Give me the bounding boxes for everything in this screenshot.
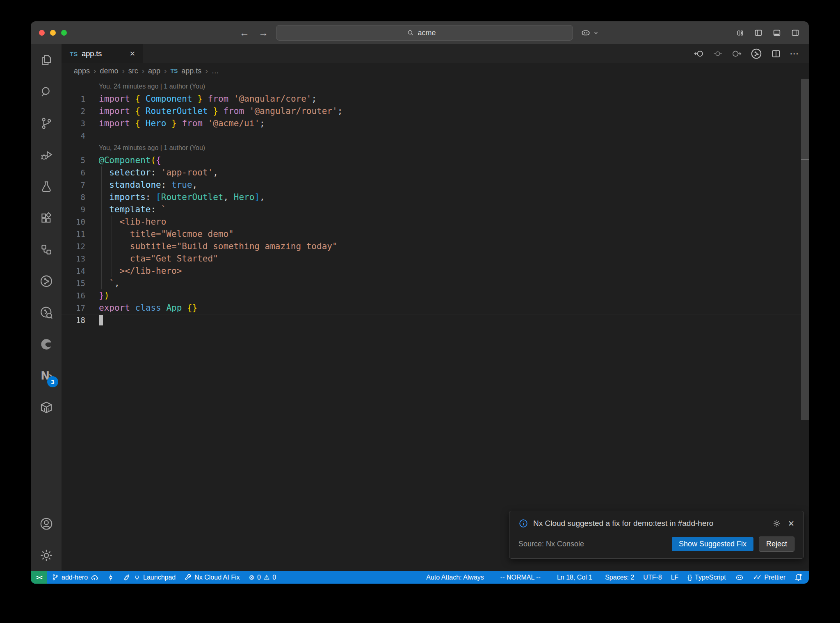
line-number: 14 <box>62 265 99 277</box>
cloud-upload-icon <box>91 574 98 581</box>
notification-close-icon[interactable]: ✕ <box>788 519 794 528</box>
breadcrumb-item[interactable]: demo <box>100 67 118 75</box>
show-suggested-fix-button[interactable]: Show Suggested Fix <box>672 537 753 551</box>
encoding-status[interactable]: UTF-8 <box>639 571 666 584</box>
line-number: 3 <box>62 117 99 130</box>
code-line[interactable]: 17export class App {} <box>62 302 809 314</box>
sidebar-item-search[interactable] <box>31 76 62 107</box>
customize-layout-icon[interactable] <box>736 29 744 37</box>
indentation-status[interactable]: Spaces: 2 <box>600 571 639 584</box>
sidebar-item-testing[interactable] <box>31 171 62 202</box>
command-center-search-input[interactable] <box>418 29 443 37</box>
line-number: 5 <box>62 154 99 166</box>
toggle-primary-sidebar-icon[interactable] <box>754 28 763 37</box>
editor-scrollbar[interactable] <box>801 79 809 420</box>
code-line[interactable]: 18 <box>62 314 809 326</box>
vim-mode-status[interactable]: -- NORMAL -- <box>492 571 549 584</box>
remote-indicator[interactable]: >< <box>31 571 47 584</box>
zoom-window-button[interactable] <box>61 30 67 36</box>
reject-button[interactable]: Reject <box>759 537 794 552</box>
code-line[interactable]: 9 template: ` <box>62 203 809 216</box>
notifications-status[interactable] <box>790 571 809 584</box>
line-number: 2 <box>62 105 99 117</box>
chevron-down-icon[interactable] <box>593 30 599 36</box>
code-line[interactable]: 7 standalone: true, <box>62 179 809 191</box>
braces-icon: {} <box>687 574 692 581</box>
sidebar-item-extensions[interactable] <box>31 202 62 234</box>
cursor-position-status[interactable]: Ln 18, Col 1 <box>549 571 600 584</box>
line-number: 17 <box>62 302 99 314</box>
sidebar-item-containers[interactable] <box>31 391 62 423</box>
breadcrumb-item[interactable]: app <box>148 67 160 75</box>
sidebar-item-run-debug[interactable] <box>31 139 62 171</box>
history-forward-icon[interactable]: → <box>257 28 270 38</box>
sidebar-item-graph-search[interactable] <box>31 297 62 328</box>
sidebar-item-edge-tools[interactable] <box>31 328 62 360</box>
blame-line[interactable]: You, 24 minutes ago | 1 author (You) <box>62 80 809 93</box>
code-line[interactable]: 14 ></lib-hero> <box>62 265 809 277</box>
more-actions-icon[interactable]: ⋯ <box>790 48 799 59</box>
line-number: 9 <box>62 203 99 216</box>
search-icon <box>407 29 414 36</box>
navigate-back-icon[interactable] <box>694 48 704 59</box>
command-center[interactable] <box>276 25 573 41</box>
breadcrumb-file[interactable]: app.ts <box>181 67 201 75</box>
split-editor-icon[interactable] <box>771 48 781 59</box>
tab-app-ts[interactable]: TS app.ts ✕ <box>62 44 143 63</box>
sidebar-item-settings[interactable] <box>31 539 62 571</box>
git-branch-status[interactable]: add-hero <box>47 571 103 584</box>
copilot-icon[interactable] <box>580 27 591 38</box>
sidebar-item-hierarchy[interactable] <box>31 234 62 265</box>
extensions-icon <box>39 211 53 225</box>
code-line[interactable]: 16}) <box>62 289 809 302</box>
code-line[interactable]: 2import { RouterOutlet } from '@angular/… <box>62 105 809 117</box>
history-back-icon[interactable]: ← <box>238 28 251 38</box>
code-line[interactable]: 8 imports: [RouterOutlet, Hero], <box>62 191 809 203</box>
git-commit-status[interactable] <box>103 571 119 584</box>
toggle-secondary-sidebar-icon[interactable] <box>791 28 800 37</box>
breadcrumb-item[interactable]: apps <box>74 67 90 75</box>
sidebar-item-accounts[interactable] <box>31 508 62 539</box>
line-number <box>62 142 99 154</box>
breadcrumb-separator: › <box>122 66 124 75</box>
launchpad-status[interactable]: Launchpad <box>119 571 180 584</box>
breadcrumb-overflow[interactable]: … <box>212 67 219 75</box>
formatter-status[interactable]: ✓✓ Prettier <box>749 571 790 584</box>
sidebar-item-explorer[interactable] <box>31 44 62 76</box>
code-line[interactable]: 3import { Hero } from '@acme/ui'; <box>62 117 809 130</box>
code-line[interactable]: 1import { Component } from '@angular/cor… <box>62 93 809 105</box>
plug-icon <box>134 574 140 581</box>
close-window-button[interactable] <box>39 30 45 36</box>
language-status[interactable]: {} TypeScript <box>683 571 730 584</box>
current-position-icon[interactable] <box>712 48 723 59</box>
minimize-window-button[interactable] <box>50 30 56 36</box>
sidebar-item-source-control[interactable] <box>31 107 62 139</box>
code-line[interactable]: 11 title="Welcmoe demo" <box>62 228 809 240</box>
run-debug-icon <box>39 148 53 162</box>
nx-cloud-fix-status[interactable]: Nx Cloud AI Fix <box>180 571 244 584</box>
run-project-graph-icon[interactable] <box>750 48 762 60</box>
code-line[interactable]: 13 cta="Get Started" <box>62 252 809 265</box>
code-line[interactable]: 15 `, <box>62 277 809 289</box>
copilot-status[interactable] <box>730 571 749 584</box>
navigate-forward-icon[interactable] <box>731 48 742 59</box>
breadcrumb-item[interactable]: src <box>128 67 138 75</box>
notification-settings-gear-icon[interactable] <box>772 519 781 528</box>
code-line[interactable]: 4 <box>62 130 809 142</box>
sidebar-item-project-graph[interactable] <box>31 265 62 297</box>
editor-cursor <box>99 315 103 325</box>
code-line[interactable]: 5@Component({ <box>62 154 809 166</box>
line-number: 12 <box>62 240 99 252</box>
sidebar-item-nx-console[interactable]: N› 3 <box>31 360 62 391</box>
errors-warnings-status[interactable]: ⊗ 0 ⚠ 0 <box>244 571 281 584</box>
eol-status[interactable]: LF <box>667 571 683 584</box>
code-line[interactable]: 12 subtitle="Build something amazing tod… <box>62 240 809 252</box>
line-number <box>62 80 99 93</box>
close-tab-icon[interactable]: ✕ <box>128 49 137 59</box>
blame-line[interactable]: You, 24 minutes ago | 1 author (You) <box>62 142 809 154</box>
code-line[interactable]: 6 selector: 'app-root', <box>62 166 809 179</box>
toggle-panel-icon[interactable] <box>772 28 781 37</box>
auto-attach-status[interactable]: Auto Attach: Always <box>418 571 492 584</box>
code-editor[interactable]: You, 24 minutes ago | 1 author (You)1imp… <box>62 79 809 571</box>
code-line[interactable]: 10 <lib-hero <box>62 216 809 228</box>
